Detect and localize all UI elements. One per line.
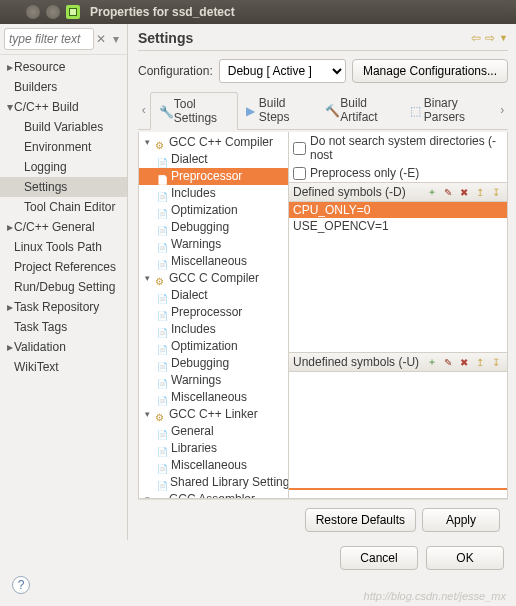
tree-node[interactable]: Warnings (139, 236, 288, 253)
tree-node[interactable]: Preprocessor (139, 304, 288, 321)
chk-nostdinc-box[interactable] (293, 142, 306, 155)
edit-icon[interactable]: ✎ (441, 185, 455, 199)
tab-scroll-left-icon[interactable]: ‹ (138, 103, 150, 117)
tree-node[interactable]: Miscellaneous (139, 389, 288, 406)
move-up-icon[interactable]: ↥ (473, 185, 487, 199)
tree-node[interactable]: Shared Library Settings (139, 474, 288, 491)
tree-node[interactable]: ▾GCC C Compiler (139, 270, 288, 287)
clear-filter-icon[interactable]: ✕ (94, 32, 109, 46)
undefined-symbols-header: Undefined symbols (-U) ＋ ✎ ✖ ↥ ↧ (289, 352, 507, 372)
nav-back-icon[interactable]: ⇦ (471, 31, 481, 45)
tree-node[interactable]: ▾GCC C++ Compiler (139, 134, 288, 151)
move-down-icon[interactable]: ↧ (489, 355, 503, 369)
ok-button[interactable]: OK (426, 546, 504, 570)
tree-node[interactable]: Debugging (139, 355, 288, 372)
undefined-symbols-list[interactable] (289, 372, 507, 490)
list-item[interactable]: CPU_ONLY=0 (289, 202, 507, 218)
tree-node[interactable]: Miscellaneous (139, 457, 288, 474)
chk-preprocess-only[interactable]: Preprocess only (-E) (289, 164, 507, 182)
edit-icon[interactable]: ✎ (441, 355, 455, 369)
manage-config-button[interactable]: Manage Configurations... (352, 59, 508, 83)
page-title: Settings (138, 30, 467, 46)
page-icon (157, 325, 169, 335)
nav-fwd-icon[interactable]: ⇨ (485, 31, 495, 45)
config-select[interactable]: Debug [ Active ] (219, 59, 346, 83)
tree-node[interactable]: Preprocessor (139, 168, 288, 185)
help-icon[interactable]: ? (12, 576, 30, 594)
tab-tool-settings[interactable]: 🔧Tool Settings (150, 92, 238, 130)
nav-item[interactable]: ▸Resource (0, 57, 127, 77)
tab-build-steps[interactable]: ▶Build Steps (238, 92, 317, 128)
nav-item[interactable]: Build Variables (0, 117, 127, 137)
defined-symbols-list[interactable]: CPU_ONLY=0USE_OPENCV=1 (289, 202, 507, 352)
page-icon (157, 444, 169, 454)
tree-node[interactable]: Warnings (139, 372, 288, 389)
page-icon (157, 393, 169, 403)
tree-node[interactable]: Optimization (139, 202, 288, 219)
delete-icon[interactable]: ✖ (457, 185, 471, 199)
nav-item[interactable]: Run/Debug Setting (0, 277, 127, 297)
filter-input[interactable] (4, 28, 94, 50)
window-title: Properties for ssd_detect (90, 5, 235, 19)
tree-node[interactable]: Includes (139, 185, 288, 202)
chk-nostdinc[interactable]: Do not search system directories (-nost (289, 132, 507, 164)
cancel-button[interactable]: Cancel (340, 546, 418, 570)
nav-item[interactable]: Tool Chain Editor (0, 197, 127, 217)
nav-item[interactable]: Project References (0, 257, 127, 277)
tree-node[interactable]: ▾GCC Assembler (139, 491, 288, 498)
close-icon[interactable] (6, 5, 20, 19)
page-icon (157, 461, 169, 471)
add-icon[interactable]: ＋ (425, 355, 439, 369)
filter-menu-icon[interactable]: ▾ (109, 32, 124, 46)
apply-button[interactable]: Apply (422, 508, 500, 532)
page-icon (157, 478, 168, 488)
nav-menu-icon[interactable]: ▼ (499, 33, 508, 43)
titlebar: Properties for ssd_detect (0, 0, 516, 24)
page-icon (157, 342, 169, 352)
gear-icon (155, 274, 167, 284)
page-icon (157, 427, 169, 437)
delete-icon[interactable]: ✖ (457, 355, 471, 369)
tree-node[interactable]: Dialect (139, 151, 288, 168)
maximize-icon[interactable] (46, 5, 60, 19)
nav-item[interactable]: ▸Task Repository (0, 297, 127, 317)
tree-node[interactable]: Includes (139, 321, 288, 338)
move-down-icon[interactable]: ↧ (489, 185, 503, 199)
nav-item[interactable]: ▾C/C++ Build (0, 97, 127, 117)
nav-item[interactable]: Builders (0, 77, 127, 97)
nav-item[interactable]: Linux Tools Path (0, 237, 127, 257)
tree-node[interactable]: Dialect (139, 287, 288, 304)
tree-node[interactable]: Libraries (139, 440, 288, 457)
tree-node[interactable]: Debugging (139, 219, 288, 236)
tree-node[interactable]: ▾GCC C++ Linker (139, 406, 288, 423)
nav-item[interactable]: ▸C/C++ General (0, 217, 127, 237)
nav-item[interactable]: Task Tags (0, 317, 127, 337)
config-label: Configuration: (138, 64, 213, 78)
list-item[interactable]: USE_OPENCV=1 (289, 218, 507, 234)
nav-item[interactable]: Settings (0, 177, 127, 197)
nav-item[interactable]: ▸Validation (0, 337, 127, 357)
chk-preprocess-box[interactable] (293, 167, 306, 180)
nav-item[interactable]: WikiText (0, 357, 127, 377)
tab-binary-parsers[interactable]: ⬚Binary Parsers (402, 92, 497, 128)
watermark: http://blog.csdn.net/jesse_mx (364, 590, 506, 602)
page-icon (157, 223, 169, 233)
nav-sidebar: ✕ ▾ ▸ResourceBuilders▾C/C++ BuildBuild V… (0, 24, 128, 540)
tab-scroll-right-icon[interactable]: › (496, 103, 508, 117)
minimize-icon[interactable] (26, 5, 40, 19)
gear-icon (155, 410, 167, 420)
tree-node[interactable]: Optimization (139, 338, 288, 355)
restore-defaults-button[interactable]: Restore Defaults (305, 508, 416, 532)
tree-node[interactable]: Miscellaneous (139, 253, 288, 270)
move-up-icon[interactable]: ↥ (473, 355, 487, 369)
tree-node[interactable]: General (139, 423, 288, 440)
page-icon (157, 155, 169, 165)
page-icon (157, 172, 169, 182)
nav-item[interactable]: Logging (0, 157, 127, 177)
tab-build-artifact[interactable]: 🔨Build Artifact (317, 92, 401, 128)
tool-tree: ▾GCC C++ CompilerDialectPreprocessorIncl… (139, 132, 289, 498)
nav-item[interactable]: Environment (0, 137, 127, 157)
add-icon[interactable]: ＋ (425, 185, 439, 199)
page-icon (157, 240, 169, 250)
artifact-icon: 🔨 (325, 104, 337, 116)
